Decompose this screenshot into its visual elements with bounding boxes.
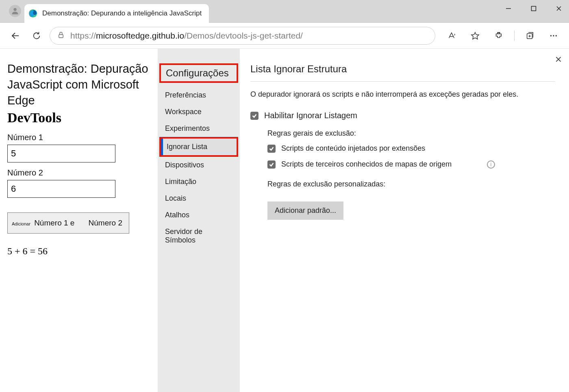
close-settings-button[interactable] [552, 53, 565, 66]
svg-point-16 [556, 35, 557, 36]
minimize-button[interactable] [503, 3, 514, 14]
page-heading-bold: DevTools [7, 110, 151, 126]
sidebar-item-throttling[interactable]: Limitação [159, 173, 238, 190]
num1-label: Número 1 [7, 133, 151, 142]
general-rules-label: Regras gerais de exclusão: [267, 129, 555, 138]
enable-ignore-label: Habilitar Ignorar Listagem [264, 111, 357, 120]
toolbar-row: https://microsoftedge.github.io/Demos/de… [0, 23, 569, 49]
rule2-checkbox[interactable] [267, 160, 276, 169]
custom-rules-label: Regras de exclusão personalizadas: [267, 180, 555, 188]
collections-button[interactable] [522, 28, 538, 44]
sidebar-item-shortcuts[interactable]: Atalhos [159, 207, 238, 223]
url-text: https://microsoftedge.github.io/Demos/de… [70, 31, 303, 41]
profile-icon[interactable] [9, 5, 21, 17]
lock-icon [57, 31, 65, 41]
sidebar-item-symbol-server[interactable]: Servidor de Símbolos [159, 223, 238, 249]
rule1-checkbox[interactable] [267, 145, 276, 153]
settings-main-view: Lista Ignorar Estrutura O depurador igno… [240, 49, 569, 392]
page-heading: Demonstração: Depuração JavaScript com M… [7, 61, 151, 108]
sidebar-item-locations[interactable]: Locais [159, 190, 238, 207]
edge-logo-icon [28, 9, 37, 18]
svg-rect-7 [59, 35, 63, 38]
window-titlebar: Demonstração: Depurando a inteligência J… [0, 0, 569, 23]
sidebar-item-devices[interactable]: Dispositivos [159, 157, 238, 173]
browser-tab[interactable]: Demonstração: Depurando a inteligência J… [24, 4, 209, 23]
more-button[interactable] [545, 28, 562, 44]
num2-input[interactable] [7, 180, 115, 198]
sidebar-item-workspace[interactable]: Workspace [159, 104, 238, 120]
content-area: Demonstração: Depuração JavaScript com M… [0, 49, 569, 392]
back-button[interactable] [7, 28, 24, 44]
extensions-button[interactable] [491, 28, 507, 44]
sidebar-item-experiments[interactable]: Experimentos [159, 120, 238, 137]
address-bar[interactable]: https://microsoftedge.github.io/Demos/de… [50, 27, 435, 45]
svg-rect-3 [532, 6, 536, 11]
tab-title: Demonstração: Depurando a inteligência J… [42, 9, 202, 17]
close-window-button[interactable] [554, 3, 564, 14]
demo-page-panel: Demonstração: Depuração JavaScript com M… [0, 49, 158, 392]
add-button[interactable]: Adicionar Número 1 e Número 2 [7, 212, 129, 234]
num1-input[interactable] [7, 145, 115, 162]
view-title: Lista Ignorar Estrutura [250, 63, 555, 75]
svg-marker-9 [471, 32, 479, 39]
maximize-button[interactable] [528, 3, 539, 14]
svg-point-0 [13, 8, 16, 11]
settings-sidebar: Configurações Preferências Workspace Exp… [158, 49, 240, 392]
num2-label: Número 2 [7, 168, 151, 178]
view-description: O depurador ignorará os scripts e não in… [250, 89, 523, 100]
result-text: 5 + 6 = 56 [7, 246, 151, 257]
add-pattern-button[interactable]: Adicionar padrão... [267, 201, 343, 220]
window-controls [503, 3, 564, 14]
settings-header: Configurações [159, 63, 238, 83]
svg-point-14 [550, 35, 552, 36]
refresh-button[interactable] [28, 28, 45, 44]
divider [250, 81, 555, 82]
svg-point-15 [553, 35, 554, 36]
favorite-button[interactable] [467, 28, 483, 44]
svg-point-10 [498, 32, 500, 34]
enable-ignore-checkbox[interactable] [250, 112, 258, 120]
sidebar-item-ignore-list[interactable]: Ignorar Lista [161, 139, 237, 155]
rule2-label: Scripts de terceiros conhecidos de mapas… [281, 160, 452, 169]
sidebar-item-preferences[interactable]: Preferências [159, 87, 238, 104]
rule1-label: Scripts de conteúdo injetados por extens… [281, 144, 425, 153]
info-icon[interactable]: i [487, 160, 495, 169]
read-aloud-button[interactable] [443, 28, 460, 44]
separator [514, 30, 515, 41]
